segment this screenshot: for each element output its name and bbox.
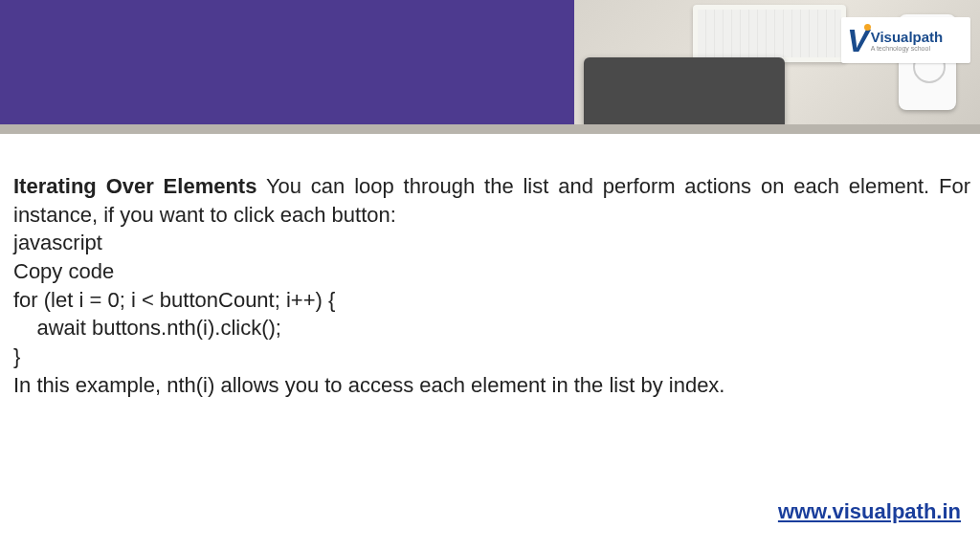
code-line-1: for (let i = 0; i < buttonCount; i++) { bbox=[13, 286, 970, 315]
tablet-graphic bbox=[584, 57, 785, 124]
logo-name: Visualpath bbox=[871, 30, 944, 44]
website-link[interactable]: www.visualpath.in bbox=[778, 499, 961, 524]
outro-text: In this example, nth(i) allows you to ac… bbox=[13, 371, 970, 400]
logo-letter: V bbox=[847, 22, 869, 59]
header-purple-band bbox=[0, 0, 574, 124]
logo-tagline: A technology school bbox=[871, 45, 944, 52]
keyboard-graphic bbox=[693, 5, 846, 62]
copy-code-label: Copy code bbox=[13, 257, 970, 286]
visualpath-logo: V Visualpath A technology school bbox=[841, 17, 970, 63]
slide-body: Iterating Over Elements You can loop thr… bbox=[0, 134, 980, 400]
slide-header: V Visualpath A technology school bbox=[0, 0, 980, 124]
section-title: Iterating Over Elements bbox=[13, 174, 256, 198]
intro-paragraph: Iterating Over Elements You can loop thr… bbox=[13, 172, 970, 229]
code-line-3: } bbox=[13, 342, 970, 371]
header-photo: V Visualpath A technology school bbox=[574, 0, 980, 124]
code-line-2: await buttons.nth(i).click(); bbox=[13, 314, 970, 342]
code-language-label: javascript bbox=[13, 229, 970, 257]
header-divider bbox=[0, 124, 980, 134]
